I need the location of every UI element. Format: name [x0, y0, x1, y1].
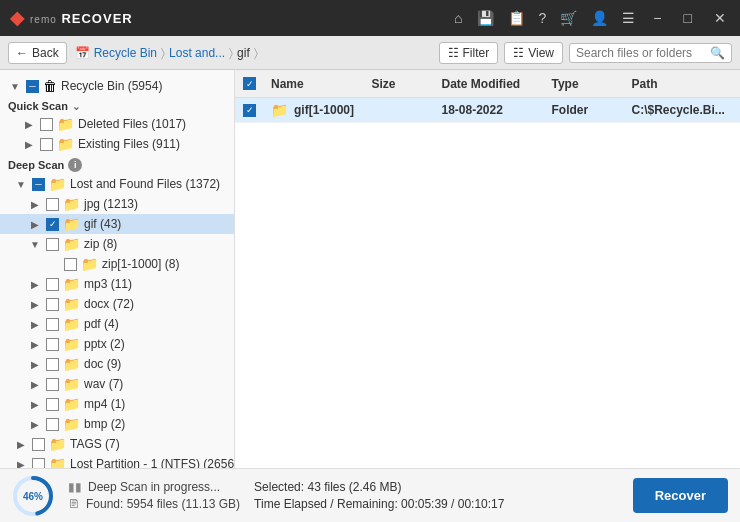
sidebar-item-jpg[interactable]: ▶ 📁 jpg (1213) [0, 194, 234, 214]
user-icon[interactable]: 👤 [591, 10, 608, 26]
selected-label: Selected: 43 files (2.46 MB) [254, 480, 619, 494]
doc-checkbox[interactable] [46, 358, 59, 371]
expand-icon[interactable]: ▶ [28, 379, 42, 390]
scanning-label: Deep Scan in progress... [88, 480, 220, 494]
expand-icon[interactable]: ▶ [14, 459, 28, 469]
tags-checkbox[interactable] [32, 438, 45, 451]
folder-icon: 📁 [63, 296, 80, 312]
file-name-label: gif[1-1000] [294, 103, 354, 117]
sidebar-item-zip[interactable]: ▼ 📁 zip (8) [0, 234, 234, 254]
expand-icon[interactable]: ▶ [28, 359, 42, 370]
recover-button[interactable]: Recover [633, 478, 728, 513]
sidebar-item-pptx[interactable]: ▶ 📁 pptx (2) [0, 334, 234, 354]
recycle-bin-label: Recycle Bin (5954) [61, 79, 162, 93]
search-input[interactable] [576, 46, 706, 60]
export-icon[interactable]: 📋 [508, 10, 525, 26]
mp3-checkbox[interactable] [46, 278, 59, 291]
folder-icon: 📁 [63, 416, 80, 432]
breadcrumb-recycle-bin[interactable]: Recycle Bin [94, 46, 157, 60]
close-button[interactable]: ✕ [710, 10, 730, 26]
filter-button[interactable]: ☷ Filter [439, 42, 499, 64]
expand-icon[interactable]: ▶ [28, 399, 42, 410]
menu-icon[interactable]: ☰ [622, 10, 635, 26]
folder-icon: 📁 [63, 396, 80, 412]
folder-icon: 📁 [49, 436, 66, 452]
breadcrumb-current: gif [237, 46, 250, 60]
pause-icon[interactable]: ▮▮ [68, 480, 82, 494]
mp4-checkbox[interactable] [46, 398, 59, 411]
deleted-files-checkbox[interactable] [40, 118, 53, 131]
expand-icon[interactable]: ▶ [14, 439, 28, 450]
sidebar-item-lost-found[interactable]: ▼ 📁 Lost and Found Files (1372) [0, 174, 234, 194]
help-icon[interactable]: ? [539, 10, 547, 26]
lost-partition-checkbox[interactable] [32, 458, 45, 469]
status-bar: 46% ▮▮ Deep Scan in progress... 🖹 Found:… [0, 468, 740, 522]
sidebar-item-deleted-files[interactable]: ▶ 📁 Deleted Files (1017) [0, 114, 234, 134]
progress-percent: 46% [23, 490, 43, 501]
table-row[interactable]: 📁 gif[1-1000] 18-08-2022 Folder C:\$Recy… [235, 98, 740, 123]
sidebar-item-mp3[interactable]: ▶ 📁 mp3 (11) [0, 274, 234, 294]
wav-checkbox[interactable] [46, 378, 59, 391]
sidebar-item-existing-files[interactable]: ▶ 📁 Existing Files (911) [0, 134, 234, 154]
app-title: remo RECOVER [30, 11, 133, 26]
wav-label: wav (7) [84, 377, 123, 391]
sidebar-item-tags[interactable]: ▶ 📁 TAGS (7) [0, 434, 234, 454]
expand-icon[interactable]: ▼ [28, 239, 42, 250]
bmp-checkbox[interactable] [46, 418, 59, 431]
sidebar-item-docx[interactable]: ▶ 📁 docx (72) [0, 294, 234, 314]
minimize-button[interactable]: − [649, 10, 665, 26]
zip-range-checkbox[interactable] [64, 258, 77, 271]
expand-icon[interactable]: ▶ [28, 279, 42, 290]
content-body: 📁 gif[1-1000] 18-08-2022 Folder C:\$Recy… [235, 98, 740, 468]
recycle-bin-checkbox[interactable] [26, 80, 39, 93]
back-arrow-icon: ← [16, 46, 28, 60]
gif-label: gif (43) [84, 217, 121, 231]
toolbar: ← Back 📅 Recycle Bin 〉 Lost and... 〉 gif… [0, 36, 740, 70]
col-size-header: Size [372, 77, 442, 91]
home-icon[interactable]: ⌂ [454, 10, 462, 26]
expand-icon[interactable]: ▶ [28, 299, 42, 310]
zip-checkbox[interactable] [46, 238, 59, 251]
expand-icon[interactable]: ▶ [22, 119, 36, 130]
expand-icon[interactable]: ▶ [28, 339, 42, 350]
expand-icon[interactable]: ▶ [28, 219, 42, 230]
sidebar-item-pdf[interactable]: ▶ 📁 pdf (4) [0, 314, 234, 334]
docx-checkbox[interactable] [46, 298, 59, 311]
found-label: Found: 5954 files (11.13 GB) [86, 497, 240, 511]
cart-icon[interactable]: 🛒 [560, 10, 577, 26]
maximize-button[interactable]: □ [680, 10, 696, 26]
expand-icon[interactable]: ▶ [28, 319, 42, 330]
content-header: Name Size Date Modified Type Path [235, 70, 740, 98]
import-icon[interactable]: 💾 [477, 10, 494, 26]
pdf-checkbox[interactable] [46, 318, 59, 331]
sidebar-item-gif[interactable]: ▶ 📁 gif (43) [0, 214, 234, 234]
existing-files-checkbox[interactable] [40, 138, 53, 151]
sidebar-item-recycle-bin[interactable]: ▼ 🗑 Recycle Bin (5954) [0, 76, 234, 96]
breadcrumb-lost-and[interactable]: Lost and... [169, 46, 225, 60]
deep-scan-section: Deep Scan i [0, 154, 234, 174]
sidebar-item-doc[interactable]: ▶ 📁 doc (9) [0, 354, 234, 374]
status-mid: Selected: 43 files (2.46 MB) Time Elapse… [254, 480, 619, 511]
expand-icon[interactable]: ▼ [14, 179, 28, 190]
sidebar-item-zip-range[interactable]: 📁 zip[1-1000] (8) [0, 254, 234, 274]
jpg-checkbox[interactable] [46, 198, 59, 211]
pptx-checkbox[interactable] [46, 338, 59, 351]
sidebar-item-wav[interactable]: ▶ 📁 wav (7) [0, 374, 234, 394]
lost-found-checkbox[interactable] [32, 178, 45, 191]
existing-files-label: Existing Files (911) [78, 137, 180, 151]
expand-icon[interactable]: ▶ [28, 419, 42, 430]
title-bar-controls: ⌂ 💾 📋 ? 🛒 👤 ☰ − □ ✕ [454, 10, 730, 26]
row-checkbox[interactable] [243, 104, 256, 117]
expand-icon[interactable]: ▼ [8, 81, 22, 92]
back-button[interactable]: ← Back [8, 42, 67, 64]
expand-icon[interactable]: ▶ [22, 139, 36, 150]
view-button[interactable]: ☷ View [504, 42, 563, 64]
sidebar-item-lost-partition[interactable]: ▶ 📁 Lost Partition - 1 (NTFS) (2656) [0, 454, 234, 468]
gif-checkbox[interactable] [46, 218, 59, 231]
sidebar-item-bmp[interactable]: ▶ 📁 bmp (2) [0, 414, 234, 434]
deep-scan-info-icon[interactable]: i [68, 158, 82, 172]
select-all-checkbox[interactable] [243, 77, 256, 90]
sidebar-item-mp4[interactable]: ▶ 📁 mp4 (1) [0, 394, 234, 414]
expand-icon[interactable]: ▶ [28, 199, 42, 210]
folder-icon: 📁 [49, 456, 66, 468]
